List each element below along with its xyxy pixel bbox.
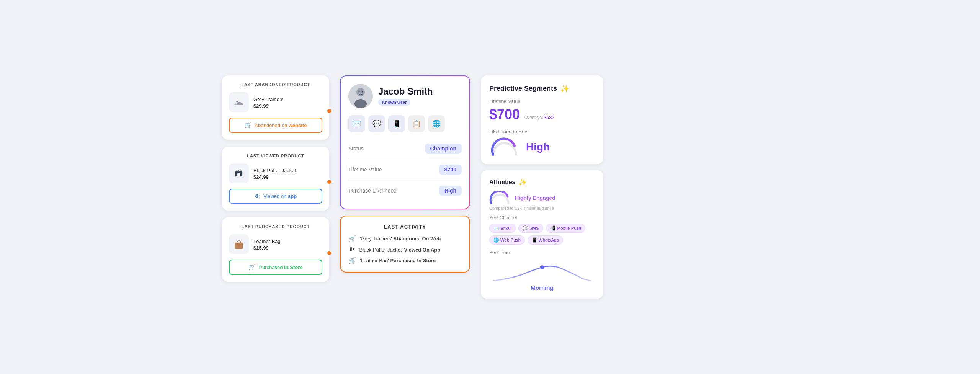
- engaged-text-block: Highly Engaged: [515, 195, 555, 201]
- purchased-action-button[interactable]: 🛒 Purchased In Store: [229, 260, 322, 275]
- stat-row-likelihood: Purchase Likelihood High: [348, 180, 462, 201]
- activity-icon-2: 🛒: [348, 257, 356, 264]
- abandoned-product-card: LAST ABANDONED PRODUCT Grey Trainers $29…: [222, 75, 329, 140]
- purchased-product-price: $15.99: [253, 245, 281, 251]
- activity-item-0: 🛒 'Grey Trainers' Abandoned On Web: [348, 235, 462, 242]
- viewed-product-price: $24.99: [253, 174, 296, 180]
- svg-point-8: [354, 99, 367, 108]
- user-badge: Known User: [378, 99, 410, 106]
- activity-text-2: 'Leather Bag' Purchased In Store: [360, 258, 436, 263]
- sparkle-icon: ✨: [560, 84, 570, 93]
- whatsapp-tag-icon: 📱: [532, 237, 537, 243]
- abandoned-product-price: $29.99: [253, 103, 284, 109]
- push-channel-btn[interactable]: 📋: [408, 115, 425, 132]
- mobile-push-tag-label: Mobile Push: [557, 226, 581, 230]
- affinities-card: Affinities ✨: [481, 170, 603, 299]
- sms-channel-btn[interactable]: 💬: [368, 115, 385, 132]
- user-avatar: [348, 84, 373, 108]
- svg-point-7: [356, 88, 365, 96]
- svg-rect-4: [235, 243, 243, 249]
- cart-icon: 🛒: [245, 122, 252, 129]
- purchased-product-icon: [229, 234, 249, 254]
- web-channel-btn[interactable]: 🌐: [428, 115, 445, 132]
- status-label: Status: [348, 145, 364, 152]
- purchased-product-details: Leather Bag $15.99: [253, 238, 281, 251]
- activity-item-1: 👁 'Black Puffer Jacket' Viewed On App: [348, 246, 462, 253]
- abandoned-btn-text: Abandoned on website: [255, 122, 307, 128]
- user-stats: Status Champion Lifetime Value $700 Purc…: [348, 138, 462, 201]
- connector-dot-abandoned: [327, 109, 331, 113]
- engaged-sub: Compared to 12K similar audience: [489, 206, 595, 211]
- user-channels: ✉️ 💬 📱 📋 🌐: [348, 115, 462, 132]
- purchased-btn-text: Purchased In Store: [259, 265, 302, 270]
- predictive-title: Predictive Segments: [489, 85, 557, 93]
- ltv-section-label: Lifetime Value: [489, 98, 595, 104]
- likelihood-label: Purchase Likelihood: [348, 188, 397, 194]
- affinities-header: Affinities ✨: [489, 178, 595, 186]
- activity-icon-1: 👁: [348, 246, 354, 253]
- mobile-push-tag-icon: 📲: [550, 225, 555, 231]
- activity-card: LAST ACTIVITY 🛒 'Grey Trainers' Abandone…: [340, 216, 470, 273]
- predictive-segments-card: Predictive Segments ✨ Lifetime Value $70…: [481, 75, 603, 164]
- user-profile-card: Jacob Smith Known User ✉️ 💬 📱 📋 🌐 Status…: [340, 75, 470, 209]
- web-push-tag-icon: 🌐: [493, 237, 499, 243]
- time-chart-wrapper: Morning: [489, 258, 595, 291]
- sms-tag-label: SMS: [529, 226, 539, 230]
- web-push-tag-label: Web Push: [500, 238, 521, 242]
- svg-point-1: [235, 103, 237, 105]
- engaged-label: Highly Engaged: [515, 195, 555, 201]
- abandoned-card-title: LAST ABANDONED PRODUCT: [229, 82, 322, 87]
- abandoned-product-details: Grey Trainers $29.99: [253, 96, 284, 109]
- svg-point-11: [540, 265, 544, 269]
- best-channel-label: Best Channel: [489, 215, 595, 220]
- svg-point-10: [362, 91, 363, 93]
- svg-rect-5: [236, 244, 242, 245]
- sms-tag-icon: 💬: [523, 225, 528, 231]
- left-column: LAST ABANDONED PRODUCT Grey Trainers $29…: [222, 75, 329, 282]
- email-tag-label: Email: [500, 226, 511, 230]
- likelihood-value: High: [439, 186, 462, 196]
- activity-list: 🛒 'Grey Trainers' Abandoned On Web 👁 'Bl…: [348, 235, 462, 264]
- abandoned-action-button[interactable]: 🛒 Abandoned on website: [229, 118, 322, 133]
- channel-tag-web-push: 🌐 Web Push: [489, 235, 525, 245]
- channel-tag-mobile-push: 📲 Mobile Push: [546, 224, 585, 233]
- buy-label: Likelihood to Buy: [489, 129, 595, 134]
- whatsapp-channel-btn[interactable]: 📱: [388, 115, 405, 132]
- store-cart-icon: 🛒: [248, 264, 256, 271]
- abandoned-product-info: Grey Trainers $29.99: [229, 92, 322, 112]
- predictive-header: Predictive Segments ✨: [489, 84, 595, 93]
- channel-tag-whatsapp: 📱 WhatsApp: [528, 235, 563, 245]
- abandoned-product-icon: [229, 92, 249, 112]
- channel-tags: ✉️ Email 💬 SMS 📲 Mobile Push 🌐 Web Push …: [489, 224, 595, 245]
- morning-label: Morning: [531, 284, 553, 291]
- viewed-btn-text: Viewed on app: [263, 193, 297, 199]
- activity-title: LAST ACTIVITY: [348, 224, 462, 230]
- viewed-action-button[interactable]: 👁 Viewed on app: [229, 189, 322, 204]
- buy-gauge: [489, 137, 520, 157]
- center-column: Jacob Smith Known User ✉️ 💬 📱 📋 🌐 Status…: [340, 75, 470, 273]
- viewed-product-info: Black Puffer Jacket $24.99: [229, 163, 322, 183]
- viewed-product-details: Black Puffer Jacket $24.99: [253, 167, 296, 180]
- status-value: Champion: [425, 144, 462, 154]
- ltv-label: Lifetime Value: [348, 167, 382, 173]
- user-name-block: Jacob Smith Known User: [378, 87, 433, 105]
- ltv-display-value: $700: [489, 106, 520, 122]
- ltv-avg-value: $682: [544, 114, 555, 120]
- likelihood-high-value: High: [526, 141, 550, 153]
- purchased-card-title: LAST PURCHASED PRODUCT: [229, 224, 322, 229]
- viewed-product-card: LAST VIEWED PRODUCT Black Puffer Jacket …: [222, 147, 329, 211]
- svg-point-9: [359, 91, 360, 93]
- eye-icon: 👁: [255, 193, 260, 199]
- activity-item-2: 🛒 'Leather Bag' Purchased In Store: [348, 257, 462, 264]
- affinities-title: Affinities: [489, 179, 515, 186]
- right-column: Predictive Segments ✨ Lifetime Value $70…: [481, 75, 603, 299]
- connector-dot-viewed: [327, 180, 331, 184]
- whatsapp-tag-label: WhatsApp: [539, 238, 559, 242]
- stat-row-status: Status Champion: [348, 138, 462, 159]
- viewed-product-icon: [229, 163, 249, 183]
- purchased-product-name: Leather Bag: [253, 238, 281, 245]
- activity-text-0: 'Grey Trainers' Abandoned On Web: [360, 236, 441, 242]
- channel-tag-email: ✉️ Email: [489, 224, 516, 233]
- lifetime-value-row: $700 Average $682: [489, 106, 595, 122]
- email-channel-btn[interactable]: ✉️: [348, 115, 365, 132]
